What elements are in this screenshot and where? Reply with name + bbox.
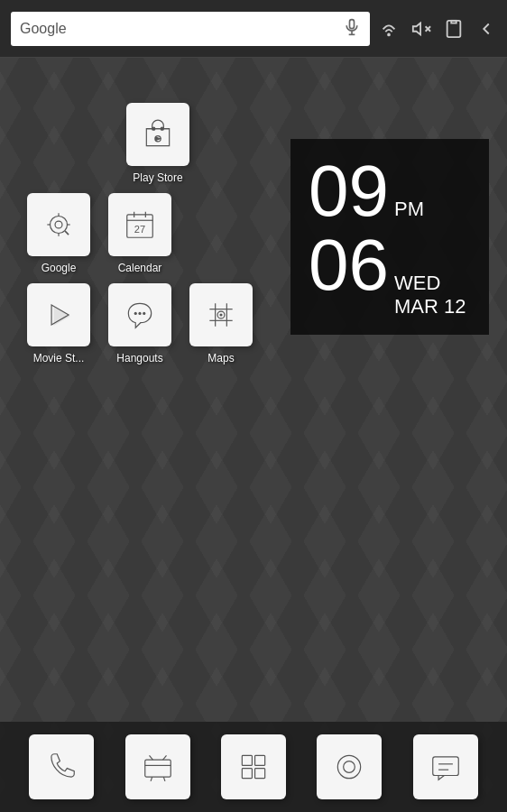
svg-line-38: [151, 777, 152, 781]
svg-line-39: [163, 777, 165, 781]
dock-tv-icon-box[interactable]: [125, 734, 190, 799]
bottom-dock: [0, 722, 507, 812]
svg-rect-45: [242, 769, 252, 779]
svg-rect-0: [350, 19, 355, 28]
svg-point-28: [134, 312, 137, 315]
search-bar[interactable]: Google: [11, 12, 370, 46]
svg-marker-4: [413, 23, 420, 34]
mic-icon[interactable]: [343, 18, 361, 40]
svg-point-36: [219, 313, 222, 316]
dock-chat-icon-box[interactable]: [413, 734, 478, 799]
clock-ampm: PM: [394, 198, 424, 221]
calendar-label: Calendar: [118, 262, 162, 274]
svg-point-47: [338, 755, 361, 778]
svg-point-29: [138, 312, 141, 315]
svg-rect-44: [255, 755, 265, 765]
svg-marker-27: [53, 307, 69, 326]
dock-grid[interactable]: [221, 734, 286, 799]
dock-phone[interactable]: [29, 734, 94, 799]
dock-camera-icon-box[interactable]: [317, 734, 382, 799]
svg-line-42: [162, 755, 166, 760]
movie-studio-icon-box[interactable]: [27, 283, 90, 346]
dock-camera[interactable]: [317, 734, 382, 799]
maps-label: Maps: [207, 352, 234, 364]
play-store-icon-box[interactable]: [126, 103, 189, 166]
clock-hour: 09: [309, 155, 389, 227]
dock-phone-icon-box[interactable]: [29, 734, 94, 799]
hangouts-label: Hangouts: [116, 352, 162, 364]
app-movie-studio[interactable]: Movie St...: [18, 283, 99, 364]
app-maps[interactable]: Maps: [180, 283, 262, 364]
svg-rect-37: [144, 760, 171, 777]
calendar-icon-box[interactable]: 27: [108, 193, 171, 256]
dock-grid-icon-box[interactable]: [221, 734, 286, 799]
clock-day: 06: [309, 229, 389, 301]
app-hangouts[interactable]: Hangouts: [99, 283, 180, 364]
svg-rect-8: [451, 20, 456, 23]
svg-text:27: 27: [134, 224, 145, 235]
tablet-icon: [444, 19, 464, 39]
dock-chat[interactable]: [413, 734, 478, 799]
wifi-icon: [379, 19, 399, 39]
app-google[interactable]: Google: [18, 193, 99, 274]
clock-widget: 09 PM 06 WED MAR 12: [290, 139, 489, 335]
back-icon[interactable]: [476, 19, 496, 39]
dock-tv[interactable]: [125, 734, 190, 799]
svg-line-41: [149, 755, 152, 760]
hangouts-icon-box[interactable]: [108, 283, 171, 346]
svg-rect-43: [242, 755, 252, 765]
search-text: Google: [20, 21, 336, 37]
google-label: Google: [41, 262, 77, 274]
svg-point-14: [51, 217, 68, 234]
svg-point-12: [152, 127, 155, 130]
svg-point-3: [388, 33, 390, 35]
svg-rect-49: [433, 757, 459, 776]
status-bar: Google: [0, 0, 507, 58]
clock-monthday: MAR 12: [394, 295, 466, 318]
google-icon-box[interactable]: [27, 193, 90, 256]
maps-icon-box[interactable]: [189, 283, 253, 346]
app-play-store[interactable]: Play Store: [117, 103, 198, 184]
svg-point-48: [344, 761, 355, 773]
svg-point-13: [161, 127, 163, 130]
volume-off-icon: [411, 19, 431, 39]
svg-line-20: [65, 231, 69, 235]
movie-studio-label: Movie St...: [33, 352, 85, 364]
clock-weekday: WED: [394, 272, 466, 295]
svg-rect-46: [255, 769, 265, 779]
app-calendar[interactable]: 27 Calendar: [99, 193, 180, 274]
svg-marker-11: [156, 137, 161, 140]
main-content: Play Store 09 PM 06 WED MAR 12: [0, 58, 507, 364]
status-icons: [379, 19, 496, 39]
svg-point-30: [143, 312, 145, 315]
play-store-label: Play Store: [133, 171, 182, 184]
svg-point-15: [55, 221, 62, 228]
